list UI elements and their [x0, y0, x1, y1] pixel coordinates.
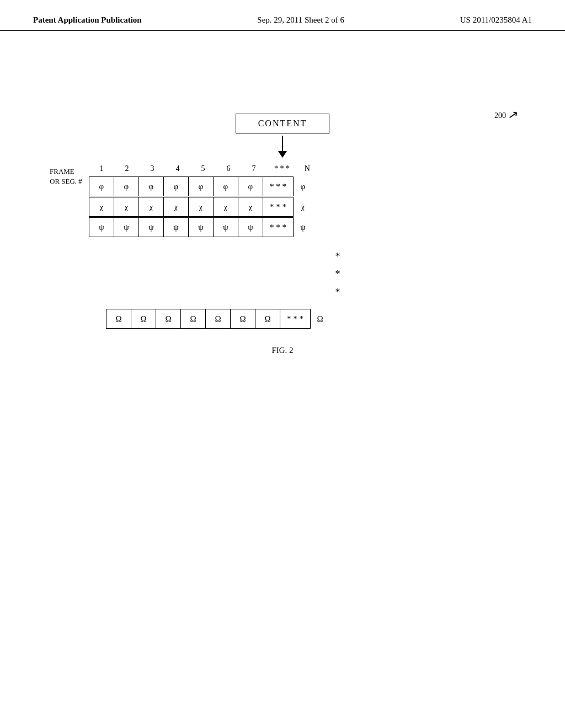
cell-psi-1: ψ: [89, 217, 114, 237]
cell-chi-7: χ: [238, 197, 263, 217]
diagram-area: CONTENT FRAME OR SEG. # 1 2 3 4 5 6: [33, 114, 532, 355]
main-content: 200 ↖ CONTENT FRAME OR SEG. # 1 2 3 4: [0, 31, 565, 366]
table-container: 1 2 3 4 5 6 7 * * * N φ φ φ φ φ: [89, 164, 317, 238]
cell-psi-6: ψ: [213, 217, 238, 237]
cell-psi-5: ψ: [188, 217, 214, 237]
cell-omega-5: Ω: [205, 309, 231, 329]
cell-omega-6: Ω: [230, 309, 255, 329]
cell-chi-4: χ: [163, 197, 189, 217]
row-chi: χ χ χ χ χ χ χ * * * χ: [89, 197, 317, 216]
arrow-line: [282, 136, 283, 151]
cell-omega-dots: * * *: [280, 309, 311, 329]
patent-number: US 2011/0235804 A1: [460, 15, 532, 25]
cell-psi-n: ψ: [293, 217, 313, 237]
dot-2: *: [335, 265, 340, 283]
cell-psi-7: ψ: [238, 217, 263, 237]
dots-section: * * *: [335, 248, 340, 301]
figure-label: FIG. 2: [271, 346, 293, 355]
arrow-down: [278, 136, 287, 158]
bottom-table: Ω Ω Ω Ω Ω Ω Ω * * * Ω: [106, 309, 329, 329]
row-omega: Ω Ω Ω Ω Ω Ω Ω * * * Ω: [106, 309, 329, 328]
arrow-head: [278, 151, 287, 158]
cell-chi-1: χ: [89, 197, 114, 217]
publication-title: Patent Application Publication: [33, 15, 142, 25]
table-section: FRAME OR SEG. # 1 2 3 4 5 6 7 * * * N: [33, 164, 532, 238]
col-header-3: 3: [140, 164, 165, 173]
cell-omega-4: Ω: [180, 309, 206, 329]
cell-omega-n: Ω: [310, 309, 330, 329]
cell-chi-6: χ: [213, 197, 238, 217]
col-header-dots: * * *: [266, 164, 297, 173]
col-header-n: N: [297, 164, 317, 173]
col-header-7: 7: [241, 164, 266, 173]
col-header-2: 2: [114, 164, 140, 173]
cell-omega-2: Ω: [131, 309, 156, 329]
dot-3: *: [335, 283, 340, 301]
cell-chi-2: χ: [114, 197, 139, 217]
cell-omega-3: Ω: [156, 309, 181, 329]
bottom-row-section: Ω Ω Ω Ω Ω Ω Ω * * * Ω: [33, 309, 532, 329]
cell-chi-5: χ: [188, 197, 214, 217]
ref-arrow-icon: ↖: [507, 108, 519, 124]
cell-phi-2: φ: [114, 176, 139, 196]
content-box: CONTENT: [236, 114, 330, 133]
cell-chi-3: χ: [138, 197, 164, 217]
publication-date: Sep. 29, 2011 Sheet 2 of 6: [257, 15, 344, 25]
cell-omega-1: Ω: [106, 309, 131, 329]
col-header-4: 4: [165, 164, 190, 173]
cell-omega-7: Ω: [255, 309, 280, 329]
col-header-1: 1: [89, 164, 114, 173]
cell-chi-dots: * * *: [263, 197, 294, 217]
col-header-6: 6: [216, 164, 241, 173]
ref-200-label: 200: [494, 111, 506, 120]
column-headers: 1 2 3 4 5 6 7 * * * N: [89, 164, 317, 173]
row-phi: φ φ φ φ φ φ φ * * * φ: [89, 176, 317, 196]
cell-phi-3: φ: [138, 176, 164, 196]
cell-psi-4: ψ: [163, 217, 189, 237]
cell-phi-7: φ: [238, 176, 263, 196]
reference-number-200: 200 ↖: [494, 108, 518, 122]
content-box-container: CONTENT: [236, 114, 330, 160]
page-header: Patent Application Publication Sep. 29, …: [0, 0, 565, 31]
cell-chi-n: χ: [293, 197, 313, 217]
cell-phi-4: φ: [163, 176, 189, 196]
col-header-5: 5: [190, 164, 216, 173]
cell-phi-5: φ: [188, 176, 214, 196]
cell-psi-2: ψ: [114, 217, 139, 237]
frame-label: FRAME OR SEG. #: [50, 167, 82, 186]
cell-phi-6: φ: [213, 176, 238, 196]
cell-psi-dots: * * *: [263, 217, 294, 237]
row-psi: ψ ψ ψ ψ ψ ψ ψ * * * ψ: [89, 217, 317, 237]
cell-phi-dots: * * *: [263, 176, 294, 196]
cell-phi-1: φ: [89, 176, 114, 196]
cell-phi-n: φ: [293, 176, 313, 196]
cell-psi-3: ψ: [138, 217, 164, 237]
dot-1: *: [335, 248, 340, 265]
